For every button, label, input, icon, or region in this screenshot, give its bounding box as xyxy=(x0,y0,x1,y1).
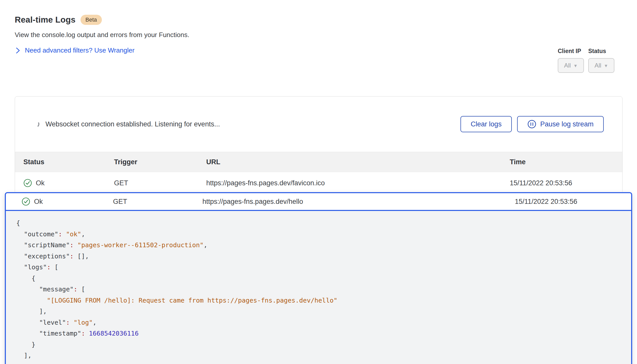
page-header: Real-time Logs Beta View the console.log… xyxy=(15,15,497,54)
wrangler-link-label: Need advanced filters? Use Wrangler xyxy=(25,46,135,54)
column-header-url: URL xyxy=(206,158,510,166)
status-filter-value: All xyxy=(595,62,601,69)
wrangler-filters-link[interactable]: Need advanced filters? Use Wrangler xyxy=(15,46,135,54)
status-ok-icon xyxy=(23,179,32,187)
column-header-status: Status xyxy=(23,158,114,166)
client-ip-filter-label: Client IP xyxy=(558,48,584,55)
expanded-log-panel: Ok GET https://pages-fns.pages.dev/hello… xyxy=(5,192,632,364)
logs-card: Websocket connection established. Listen… xyxy=(15,96,623,194)
status-ok-icon xyxy=(22,197,30,206)
table-row-expanded[interactable]: Ok GET https://pages-fns.pages.dev/hello… xyxy=(6,193,631,211)
clear-logs-button[interactable]: Clear logs xyxy=(460,116,512,132)
row-time: 15/11/2022 20:53:56 xyxy=(515,198,631,206)
row-url: https://pages-fns.pages.dev/favicon.ico xyxy=(206,179,510,187)
logs-toolbar: Websocket connection established. Listen… xyxy=(15,96,622,152)
row-url: https://pages-fns.pages.dev/hello xyxy=(202,198,515,206)
page-description: View the console.log output and errors f… xyxy=(15,31,497,39)
row-status: Ok xyxy=(36,179,45,187)
pause-log-stream-button[interactable]: Pause log stream xyxy=(517,116,604,132)
chevron-down-icon: ▼ xyxy=(573,63,578,68)
table-row[interactable]: Ok GET https://pages-fns.pages.dev/favic… xyxy=(15,172,622,194)
log-json: { "outcome": "ok", "scriptName": "pages-… xyxy=(6,211,631,361)
chevron-down-icon: ▼ xyxy=(604,63,608,68)
row-trigger: GET xyxy=(114,179,206,187)
page-root: { "page": { "title": "Real-time Logs", "… xyxy=(0,0,637,364)
clear-logs-label: Clear logs xyxy=(471,120,502,128)
row-time: 15/11/2022 20:53:56 xyxy=(510,179,622,187)
log-filters: Client IP All ▼ Status All ▼ xyxy=(558,48,614,73)
client-ip-filter-dropdown[interactable]: All ▼ xyxy=(558,58,584,73)
status-filter-label: Status xyxy=(588,48,614,55)
pause-log-stream-label: Pause log stream xyxy=(540,120,594,128)
chevron-right-icon xyxy=(15,47,21,54)
client-ip-filter-value: All xyxy=(564,62,571,69)
row-status: Ok xyxy=(34,198,43,206)
pause-icon xyxy=(527,120,536,129)
column-header-time: Time xyxy=(510,158,622,166)
log-table-header: Status Trigger URL Time xyxy=(15,152,622,172)
beta-badge: Beta xyxy=(81,15,102,25)
spinner-icon xyxy=(32,120,40,128)
row-trigger: GET xyxy=(113,198,202,206)
status-filter-dropdown[interactable]: All ▼ xyxy=(588,58,614,73)
connection-status-message: Websocket connection established. Listen… xyxy=(45,120,220,128)
page-title: Real-time Logs xyxy=(15,15,75,25)
column-header-trigger: Trigger xyxy=(114,158,206,166)
